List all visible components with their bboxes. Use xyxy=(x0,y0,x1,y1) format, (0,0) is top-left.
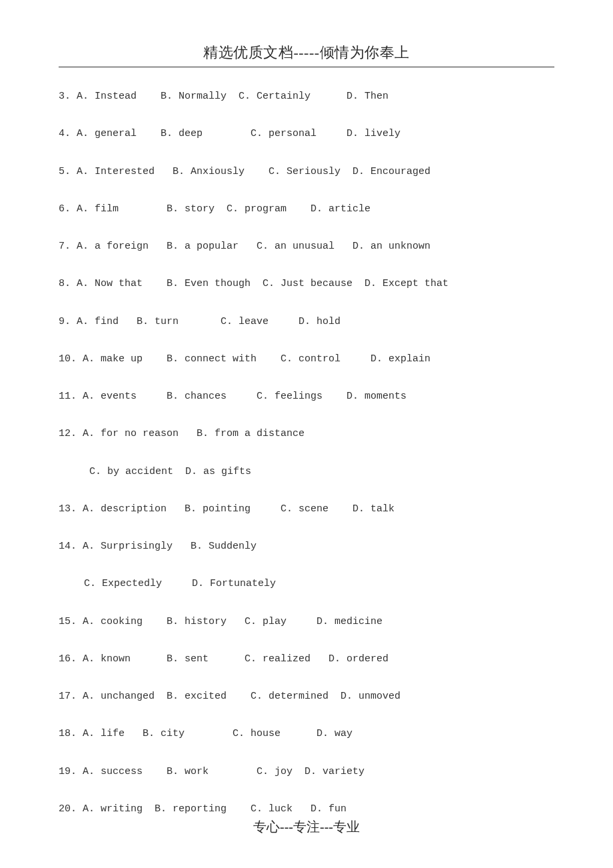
question-7: 7. A. a foreign B. a popular C. an unusu… xyxy=(59,240,554,253)
question-list: 3. A. Instead B. Normally C. Certainly D… xyxy=(59,90,554,816)
question-5: 5. A. Interested B. Anxiously C. Serious… xyxy=(59,165,554,179)
question-6: 6. A. film B. story C. program D. articl… xyxy=(59,203,554,216)
question-10: 10. A. make up B. connect with C. contro… xyxy=(59,353,554,366)
page-footer: 专心---专注---专业 xyxy=(0,818,613,836)
page: 精选优质文档-----倾情为你奉上 3. A. Instead B. Norma… xyxy=(0,0,613,868)
question-4: 4. A. general B. deep C. personal D. liv… xyxy=(59,127,554,141)
question-17: 17. A. unchanged B. excited C. determine… xyxy=(59,690,554,703)
header-divider xyxy=(59,67,554,67)
question-3: 3. A. Instead B. Normally C. Certainly D… xyxy=(59,90,554,103)
question-12-line2: C. by accident D. as gifts xyxy=(59,465,554,479)
question-8: 8. A. Now that B. Even though C. Just be… xyxy=(59,277,554,291)
question-14-line1: 14. A. Surprisingly B. Suddenly xyxy=(59,540,554,553)
question-13: 13. A. description B. pointing C. scene … xyxy=(59,503,554,516)
page-title: 精选优质文档-----倾情为你奉上 xyxy=(59,43,554,67)
question-9: 9. A. find B. turn C. leave D. hold xyxy=(59,315,554,329)
question-20: 20. A. writing B. reporting C. luck D. f… xyxy=(59,803,554,816)
question-12-line1: 12. A. for no reason B. from a distance xyxy=(59,427,554,441)
question-16: 16. A. known B. sent C. realized D. orde… xyxy=(59,653,554,666)
question-14-line2: C. Expectedly D. Fortunately xyxy=(59,577,554,591)
question-19: 19. A. success B. work C. joy D. variety xyxy=(59,765,554,779)
question-18: 18. A. life B. city C. house D. way xyxy=(59,727,554,741)
question-11: 11. A. events B. chances C. feelings D. … xyxy=(59,390,554,403)
question-15: 15. A. cooking B. history C. play D. med… xyxy=(59,615,554,629)
